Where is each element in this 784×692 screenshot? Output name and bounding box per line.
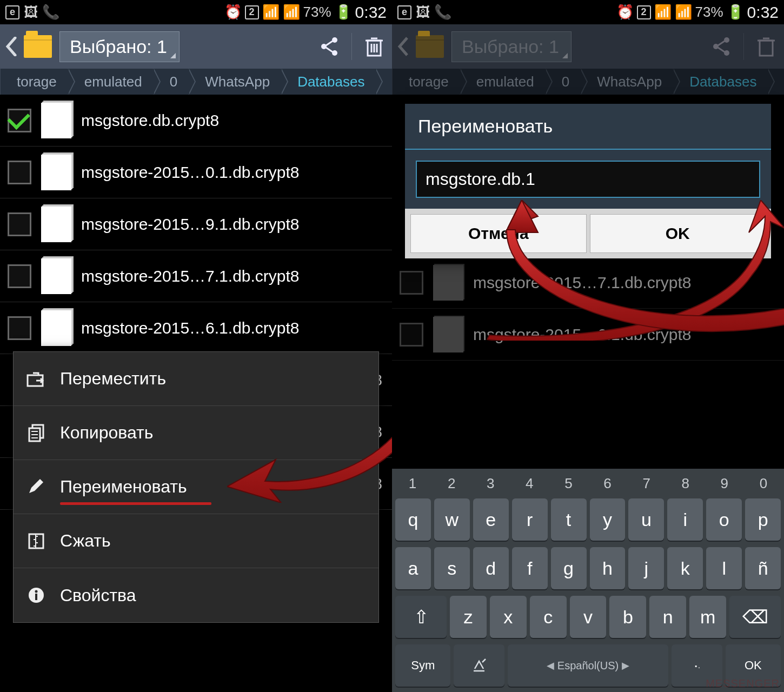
rename-dialog: Переименовать Отмена OK bbox=[405, 104, 771, 258]
delete-button[interactable] bbox=[753, 35, 780, 58]
key-0[interactable]: 0 bbox=[744, 471, 783, 495]
checkbox[interactable] bbox=[8, 212, 31, 236]
key-y[interactable]: y bbox=[590, 498, 626, 541]
back-button[interactable] bbox=[4, 36, 18, 57]
key-h[interactable]: h bbox=[590, 547, 626, 589]
battery-percent: 73% bbox=[695, 4, 723, 21]
checkbox[interactable] bbox=[8, 316, 31, 340]
keyboard-row-1: q w e r t y u i o p bbox=[392, 495, 784, 544]
key-z[interactable]: z bbox=[450, 596, 487, 638]
file-icon bbox=[41, 103, 71, 138]
file-row[interactable]: msgstore-2015…9.1.db.crypt8 bbox=[0, 198, 392, 250]
key-b[interactable]: b bbox=[609, 596, 646, 638]
soft-keyboard[interactable]: 1 2 3 4 5 6 7 8 9 0 q w e r t y u i o p … bbox=[392, 469, 784, 692]
breadcrumbs[interactable]: torage emulated 0 WhatsApp Databases bbox=[0, 69, 392, 95]
crumb-whatsapp[interactable]: WhatsApp bbox=[188, 69, 281, 95]
key-n[interactable]: n bbox=[649, 596, 686, 638]
signal-icon: 📶 bbox=[262, 4, 280, 21]
key-4[interactable]: 4 bbox=[510, 471, 549, 495]
ok-button[interactable]: OK bbox=[590, 214, 766, 253]
share-button[interactable] bbox=[708, 36, 735, 57]
key-p[interactable]: p bbox=[745, 498, 781, 541]
file-row[interactable]: msgstore-2015…6.1.db.crypt8 bbox=[0, 302, 392, 354]
menu-rename[interactable]: Переименовать bbox=[14, 460, 378, 514]
key-c[interactable]: c bbox=[530, 596, 567, 638]
menu-copy[interactable]: Копировать bbox=[14, 406, 378, 460]
selected-count-dropdown[interactable]: Выбрано: 1 bbox=[451, 31, 572, 62]
file-name: msgstore-2015…9.1.db.crypt8 bbox=[81, 215, 384, 234]
key-5[interactable]: 5 bbox=[549, 471, 588, 495]
file-name: msgstore-2015…0.1.db.crypt8 bbox=[81, 163, 384, 182]
divider bbox=[743, 33, 744, 60]
key-a[interactable]: a bbox=[395, 547, 431, 589]
file-row[interactable]: msgstore-2015…0.1.db.crypt8 bbox=[0, 147, 392, 198]
key-i[interactable]: i bbox=[667, 498, 703, 541]
image-icon: 🖼 bbox=[416, 4, 430, 21]
key-e[interactable]: e bbox=[473, 498, 509, 541]
key-o[interactable]: o bbox=[706, 498, 742, 541]
checkbox[interactable] bbox=[8, 161, 31, 184]
cancel-button[interactable]: Отмена bbox=[410, 214, 587, 253]
sim-indicator: 2 bbox=[245, 5, 259, 19]
menu-properties[interactable]: Свойства bbox=[14, 568, 378, 622]
crumb-emulated[interactable]: emulated bbox=[68, 69, 153, 95]
crumb-databases[interactable]: Databases bbox=[281, 69, 375, 95]
crumb-storage[interactable]: torage bbox=[0, 69, 68, 95]
key-u[interactable]: u bbox=[628, 498, 664, 541]
key-space[interactable]: ◀ Español(US) ▶ bbox=[508, 644, 669, 687]
key-m[interactable]: m bbox=[689, 596, 726, 638]
right-screen: e 🖼 📞 ⏰ 2 📶 📶 73% 🔋 0:32 Выбрано: 1 to bbox=[392, 0, 784, 692]
key-g[interactable]: g bbox=[551, 547, 587, 589]
key-j[interactable]: j bbox=[628, 547, 664, 589]
menu-move[interactable]: Переместить bbox=[14, 352, 378, 406]
checkbox-checked[interactable] bbox=[8, 109, 31, 132]
file-row[interactable]: msgstore.db.crypt8 bbox=[0, 95, 392, 147]
file-icon bbox=[433, 317, 463, 352]
status-bar: e 🖼 📞 ⏰ 2 📶 📶 73% 🔋 0:32 bbox=[392, 0, 784, 24]
key-x[interactable]: x bbox=[490, 596, 527, 638]
crumb-emulated[interactable]: emulated bbox=[460, 69, 545, 95]
file-icon bbox=[433, 265, 463, 301]
share-button[interactable] bbox=[316, 36, 343, 57]
key-7[interactable]: 7 bbox=[627, 471, 666, 495]
key-9[interactable]: 9 bbox=[705, 471, 744, 495]
key-t[interactable]: t bbox=[551, 498, 587, 541]
rename-icon bbox=[25, 478, 47, 496]
key-backspace[interactable]: ⌫ bbox=[729, 596, 781, 638]
key-2[interactable]: 2 bbox=[432, 471, 471, 495]
key-shift[interactable]: ⇧ bbox=[395, 596, 447, 638]
key-w[interactable]: w bbox=[434, 498, 470, 541]
selected-count-dropdown[interactable]: Выбрано: 1 bbox=[59, 31, 180, 62]
svg-point-9 bbox=[35, 590, 38, 593]
key-r[interactable]: r bbox=[512, 498, 548, 541]
key-v[interactable]: v bbox=[570, 596, 607, 638]
key-enye[interactable]: ñ bbox=[745, 547, 781, 589]
checkbox[interactable] bbox=[8, 264, 31, 288]
key-1[interactable]: 1 bbox=[393, 471, 432, 495]
folder-icon bbox=[24, 35, 52, 58]
key-6[interactable]: 6 bbox=[588, 471, 627, 495]
crumb-databases[interactable]: Databases bbox=[673, 69, 767, 95]
key-input-mode[interactable] bbox=[454, 644, 504, 687]
svg-point-11 bbox=[724, 37, 729, 43]
key-sym[interactable]: Sym bbox=[395, 644, 450, 687]
key-8[interactable]: 8 bbox=[666, 471, 705, 495]
key-f[interactable]: f bbox=[512, 547, 548, 589]
menu-compress[interactable]: Сжать bbox=[14, 514, 378, 568]
key-d[interactable]: d bbox=[473, 547, 509, 589]
battery-percent: 73% bbox=[303, 4, 331, 21]
back-button[interactable] bbox=[396, 36, 410, 57]
key-3[interactable]: 3 bbox=[471, 471, 510, 495]
crumb-whatsapp[interactable]: WhatsApp bbox=[580, 69, 673, 95]
crumb-storage[interactable]: torage bbox=[392, 69, 460, 95]
svg-rect-14 bbox=[760, 41, 773, 56]
compress-icon bbox=[25, 532, 47, 550]
delete-button[interactable] bbox=[361, 35, 388, 58]
key-k[interactable]: k bbox=[667, 547, 703, 589]
key-s[interactable]: s bbox=[434, 547, 470, 589]
svg-point-13 bbox=[724, 50, 729, 56]
key-q[interactable]: q bbox=[395, 498, 431, 541]
file-row[interactable]: msgstore-2015…7.1.db.crypt8 bbox=[0, 250, 392, 302]
rename-input[interactable] bbox=[416, 161, 760, 198]
key-l[interactable]: l bbox=[706, 547, 742, 589]
